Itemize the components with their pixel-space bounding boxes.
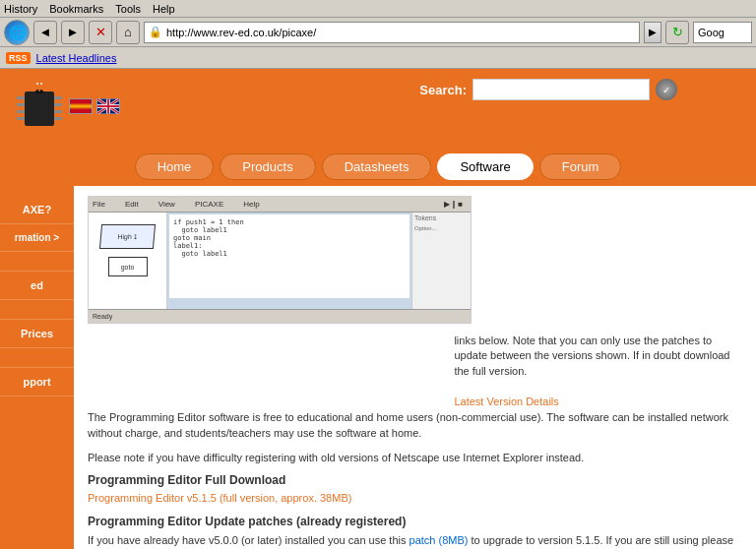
svg-rect-4 [17, 117, 25, 120]
svg-point-12 [36, 83, 38, 85]
logo-svg [15, 77, 64, 141]
sidebar: AXE? rmation > ed Prices pport [0, 186, 74, 549]
go-button[interactable]: ▶ [644, 22, 662, 43]
menu-tools[interactable]: Tools [115, 3, 141, 15]
search-label: Search: [419, 83, 467, 97]
bookmarks-bar: RSS Latest Headlines [0, 47, 756, 69]
svg-point-13 [40, 83, 42, 85]
section1-header: Programming Editor Full Download [88, 473, 742, 487]
full-download-link[interactable]: Programming Editor v5.1.5 (full version,… [88, 492, 351, 504]
info-box: links below. Note that you can only use … [454, 334, 742, 409]
rss-icon: RSS [6, 52, 31, 64]
sidebar-item-ed[interactable]: ed [0, 272, 74, 300]
sidebar-item-axe[interactable]: AXE? [0, 196, 74, 224]
svg-rect-6 [54, 103, 62, 106]
home-button[interactable]: ⌂ [116, 21, 140, 44]
svg-rect-23 [97, 105, 119, 107]
site-logo [10, 74, 69, 143]
latest-headlines-link[interactable]: Latest Headlines [36, 52, 117, 64]
nav-datasheets[interactable]: Datasheets [322, 153, 432, 180]
sidebar-item-prices[interactable]: Prices [0, 320, 74, 348]
sidebar-item-information[interactable]: rmation > [0, 224, 74, 252]
search-input[interactable] [472, 79, 650, 100]
top-section: File Edit View PICAXE Help ▶ ‖ ■ High 1 [88, 196, 742, 409]
section2-para: If you have already have v5.0.0 (or late… [88, 532, 742, 549]
back-button[interactable]: ◄ [33, 21, 57, 44]
page-content: File Edit View PICAXE Help ▶ ‖ ■ High 1 [74, 186, 756, 549]
para1: The Programming Editor software is free … [88, 409, 742, 442]
svg-rect-5 [54, 96, 62, 99]
toolbar: 🌐 ◄ ► ✕ ⌂ 🔒 ▶ ↻ Goog [0, 18, 756, 47]
menu-bar: History Bookmarks Tools Help [0, 0, 756, 18]
flag-area [69, 98, 120, 114]
address-input[interactable] [166, 27, 635, 38]
svg-rect-7 [54, 110, 62, 113]
sidebar-item-support[interactable]: pport [0, 368, 74, 396]
refresh-button[interactable]: ↻ [665, 21, 689, 44]
nav-products[interactable]: Products [220, 153, 315, 180]
forward-button[interactable]: ► [61, 21, 85, 44]
google-search-box: Goog [693, 22, 752, 43]
nav-forum[interactable]: Forum [539, 153, 622, 180]
software-screenshot: File Edit View PICAXE Help ▶ ‖ ■ High 1 [88, 196, 472, 324]
search-go-button[interactable]: ✓ [656, 79, 677, 100]
svg-rect-3 [17, 110, 25, 113]
google-label: Goog [698, 27, 724, 38]
browser-logo: 🌐 [4, 20, 30, 45]
sidebar-item-blank1 [0, 252, 74, 272]
latest-version-link[interactable]: Latest Version Details [454, 396, 558, 407]
svg-rect-1 [17, 96, 25, 99]
search-area: Search: ✓ [419, 79, 677, 100]
site-header: Search: ✓ [0, 69, 756, 148]
info-text: links below. Note that you can only use … [454, 334, 742, 379]
patch-link[interactable]: patch (8MB) [410, 534, 469, 546]
nav-software[interactable]: Software [437, 153, 533, 180]
nav-home[interactable]: Home [135, 153, 215, 180]
svg-rect-8 [54, 117, 62, 120]
stop-button[interactable]: ✕ [89, 21, 112, 44]
sidebar-item-blank3 [0, 348, 74, 368]
section2-header: Programming Editor Update patches (alrea… [88, 515, 742, 528]
flag-spain[interactable] [69, 98, 93, 114]
menu-help[interactable]: Help [153, 3, 175, 15]
address-bar: 🔒 [144, 22, 640, 43]
para2: Please note if you have difficulty regis… [88, 450, 742, 466]
sidebar-item-blank2 [0, 300, 74, 320]
flag-uk[interactable] [96, 98, 120, 114]
menu-bookmarks[interactable]: Bookmarks [49, 3, 103, 15]
menu-history[interactable]: History [4, 3, 37, 15]
svg-rect-0 [25, 92, 54, 126]
svg-rect-2 [17, 103, 25, 106]
nav-bar: Home Products Datasheets Software Forum [0, 148, 756, 186]
content-area: AXE? rmation > ed Prices pport File Edit… [0, 186, 756, 549]
address-icon: 🔒 [149, 26, 162, 38]
